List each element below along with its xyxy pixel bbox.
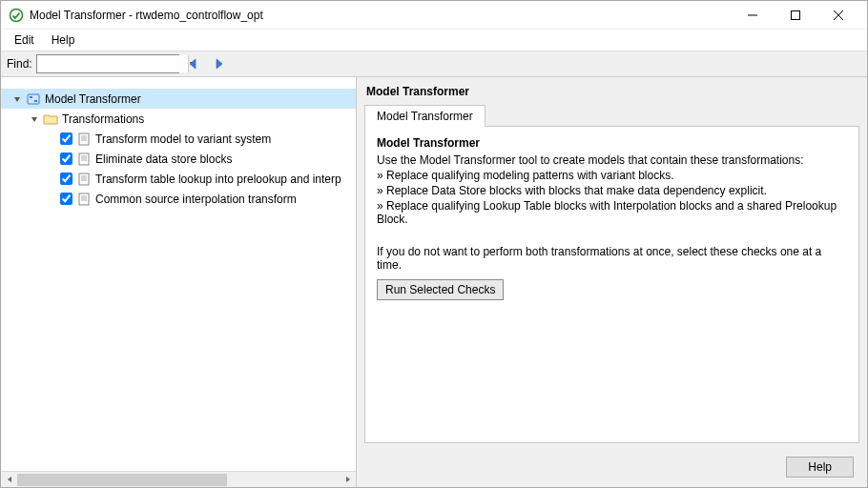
document-icon bbox=[76, 152, 92, 167]
panel-title: Model Transformer bbox=[357, 77, 867, 104]
detail-bullet: » Replace qualifying Lookup Table blocks… bbox=[377, 199, 847, 226]
title-bar: Model Transformer - rtwdemo_controlflow_… bbox=[1, 1, 867, 30]
tree-item-eliminate-datastore[interactable]: Eliminate data store blocks bbox=[1, 149, 356, 169]
svg-rect-20 bbox=[79, 193, 89, 205]
tab-body: Model Transformer Use the Model Transfor… bbox=[364, 126, 859, 443]
menu-bar: Edit Help bbox=[1, 30, 867, 51]
tab-model-transformer[interactable]: Model Transformer bbox=[364, 105, 486, 127]
find-label: Find: bbox=[7, 57, 32, 71]
window-controls bbox=[731, 2, 859, 29]
detail-heading: Model Transformer bbox=[377, 136, 847, 150]
folder-icon bbox=[43, 112, 58, 127]
tree-item-label: Common source interpolation transform bbox=[95, 193, 297, 206]
tree-item-label: Transform model to variant system bbox=[95, 132, 271, 146]
find-combobox[interactable] bbox=[36, 54, 179, 73]
svg-rect-16 bbox=[79, 173, 89, 185]
tree-item-label: Transform table lookup into prelookup an… bbox=[95, 173, 341, 186]
detail-bullet: » Replace qualifying modeling patterns w… bbox=[377, 169, 847, 182]
tab-bar: Model Transformer bbox=[357, 104, 867, 126]
svg-rect-2 bbox=[791, 10, 799, 19]
find-next-button[interactable] bbox=[208, 54, 229, 73]
svg-rect-7 bbox=[34, 100, 37, 102]
svg-rect-6 bbox=[30, 96, 32, 98]
app-icon bbox=[9, 8, 24, 23]
tree-item-label: Eliminate data store blocks bbox=[95, 152, 232, 166]
tree[interactable]: Model Transformer Transformations bbox=[1, 77, 356, 471]
svg-rect-5 bbox=[28, 94, 39, 104]
close-button[interactable] bbox=[816, 2, 859, 29]
scroll-left-button[interactable] bbox=[1, 472, 17, 488]
document-icon bbox=[76, 192, 92, 207]
detail-intro: Use the Model Transformer tool to create… bbox=[377, 153, 847, 167]
scrollbar-track[interactable] bbox=[17, 472, 340, 488]
tree-item-table-lookup[interactable]: Transform table lookup into prelookup an… bbox=[1, 169, 356, 189]
maximize-button[interactable] bbox=[774, 2, 816, 29]
detail-footer: Help bbox=[357, 451, 867, 487]
svg-point-0 bbox=[10, 9, 23, 21]
find-prev-button[interactable] bbox=[183, 54, 204, 73]
tree-item-checkbox[interactable] bbox=[60, 193, 72, 205]
svg-rect-8 bbox=[79, 133, 89, 145]
scroll-right-button[interactable] bbox=[340, 472, 356, 488]
detail-pane: Model Transformer Model Transformer Mode… bbox=[357, 77, 867, 487]
window-title: Model Transformer - rtwdemo_controlflow_… bbox=[30, 9, 731, 22]
menu-help[interactable]: Help bbox=[44, 31, 83, 49]
content-area: Model Transformer Transformations bbox=[1, 77, 867, 487]
tree-folder-transformations[interactable]: Transformations bbox=[1, 109, 356, 129]
tree-item-checkbox[interactable] bbox=[60, 173, 72, 185]
tree-folder-label: Transformations bbox=[62, 112, 144, 126]
document-icon bbox=[76, 132, 92, 147]
document-icon bbox=[76, 172, 92, 187]
tree-root[interactable]: Model Transformer bbox=[1, 89, 356, 109]
tree-item-variant-system[interactable]: Transform model to variant system bbox=[1, 129, 356, 149]
find-input[interactable] bbox=[37, 55, 188, 72]
find-toolbar: Find: bbox=[1, 51, 867, 77]
tree-root-label: Model Transformer bbox=[45, 92, 141, 106]
tree-item-checkbox[interactable] bbox=[60, 132, 72, 145]
model-icon bbox=[26, 92, 41, 107]
menu-edit[interactable]: Edit bbox=[7, 31, 42, 49]
expander-icon[interactable] bbox=[10, 92, 24, 106]
detail-note: If you do not want to perform both trans… bbox=[377, 245, 847, 272]
tree-item-checkbox[interactable] bbox=[60, 152, 72, 165]
scrollbar-thumb[interactable] bbox=[17, 474, 227, 486]
detail-bullet: » Replace Data Store blocks with blocks … bbox=[377, 184, 847, 197]
minimize-button[interactable] bbox=[731, 2, 774, 29]
horizontal-scrollbar[interactable] bbox=[1, 471, 356, 487]
run-selected-checks-button[interactable]: Run Selected Checks bbox=[377, 279, 504, 300]
tree-item-common-source-interp[interactable]: Common source interpolation transform bbox=[1, 189, 356, 209]
help-button[interactable]: Help bbox=[786, 457, 854, 478]
tree-pane: Model Transformer Transformations bbox=[1, 77, 357, 487]
svg-rect-12 bbox=[79, 153, 89, 165]
expander-icon[interactable] bbox=[28, 112, 41, 126]
